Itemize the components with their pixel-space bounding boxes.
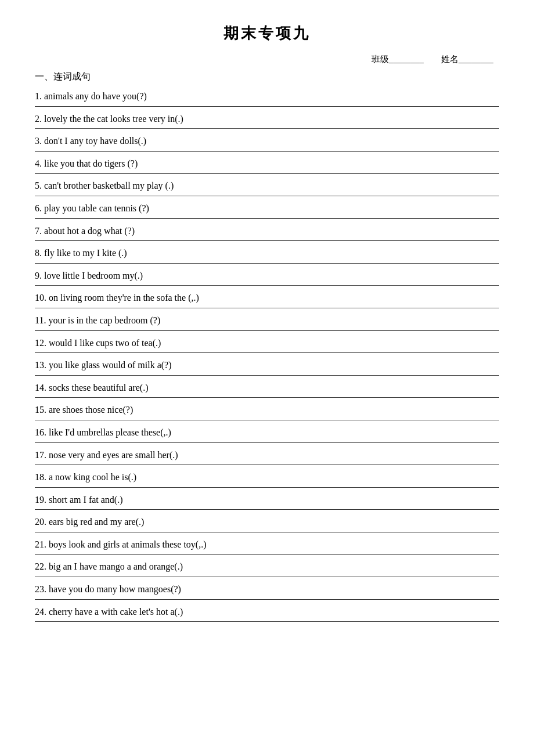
answer-line (35, 240, 499, 241)
list-item: 19. short am I fat and(.) (35, 489, 499, 510)
question-text: 15. are shoes those nice(?) (35, 399, 499, 420)
list-item: 3. don't I any toy have dolls(.) (35, 130, 499, 152)
question-text: 4. like you that do tigers (?) (35, 153, 499, 174)
question-text: 22. big an I have mango a and orange(.) (35, 556, 499, 577)
list-item: 14. socks these beautiful are(.) (35, 377, 499, 398)
list-item: 6. play you table can tennis (?) (35, 197, 499, 219)
list-item: 13. you like glass would of milk a(?) (35, 354, 499, 376)
list-item: 4. like you that do tigers (?) (35, 153, 499, 174)
answer-line (35, 308, 499, 308)
answer-line (35, 420, 499, 420)
answer-line (35, 285, 499, 286)
answer-line (35, 151, 499, 152)
list-item: 7. about hot a dog what (?) (35, 220, 499, 242)
answer-line (35, 330, 499, 331)
list-item: 8. fly like to my I kite (.) (35, 242, 499, 264)
answer-line (35, 106, 499, 107)
list-item: 22. big an I have mango a and orange(.) (35, 556, 499, 577)
question-text: 17. nose very and eyes are small her(.) (35, 444, 499, 465)
list-item: 1. animals any do have you(?) (35, 85, 499, 107)
page-title: 期末专项九 (35, 23, 499, 44)
answer-line (35, 173, 499, 174)
question-text: 18. a now king cool he is(.) (35, 466, 499, 487)
class-label: 班级________ (371, 54, 424, 65)
question-text: 9. love little I bedroom my(.) (35, 265, 499, 286)
question-text: 23. have you do many how mangoes(?) (35, 578, 499, 599)
question-text: 5. can't brother basketball my play (.) (35, 175, 499, 196)
list-item: 18. a now king cool he is(.) (35, 466, 499, 488)
answer-line (35, 554, 499, 555)
question-text: 11. your is in the cap bedroom (?) (35, 309, 499, 330)
question-text: 16. like I'd umbrellas please these(,.) (35, 422, 499, 442)
question-text: 8. fly like to my I kite (.) (35, 242, 499, 263)
answer-line (35, 128, 499, 129)
question-text: 12. would I like cups two of tea(.) (35, 332, 499, 353)
list-item: 20. ears big red and my are(.) (35, 511, 499, 532)
name-label: 姓名________ (441, 54, 493, 65)
answer-line (35, 442, 499, 443)
question-text: 14. socks these beautiful are(.) (35, 377, 499, 398)
question-text: 2. lovely the the cat looks tree very in… (35, 108, 499, 129)
answer-line (35, 599, 499, 600)
questions-list: 1. animals any do have you(?)2. lovely t… (35, 85, 499, 622)
list-item: 9. love little I bedroom my(.) (35, 265, 499, 286)
list-item: 12. would I like cups two of tea(.) (35, 332, 499, 354)
answer-line (35, 487, 499, 488)
list-item: 17. nose very and eyes are small her(.) (35, 444, 499, 466)
answer-line (35, 621, 499, 622)
list-item: 16. like I'd umbrellas please these(,.) (35, 422, 499, 443)
answer-line (35, 352, 499, 353)
list-item: 24. cherry have a with cake let's hot a(… (35, 601, 499, 622)
question-text: 13. you like glass would of milk a(?) (35, 354, 499, 375)
list-item: 15. are shoes those nice(?) (35, 399, 499, 420)
question-text: 19. short am I fat and(.) (35, 489, 499, 510)
answer-line (35, 263, 499, 264)
answer-line (35, 397, 499, 398)
question-text: 1. animals any do have you(?) (35, 85, 499, 106)
list-item: 5. can't brother basketball my play (.) (35, 175, 499, 196)
answer-line (35, 375, 499, 376)
question-text: 20. ears big red and my are(.) (35, 511, 499, 532)
question-text: 21. boys look and girls at animals these… (35, 534, 499, 555)
question-text: 10. on living room they're in the sofa t… (35, 287, 499, 308)
answer-line (35, 509, 499, 510)
question-text: 7. about hot a dog what (?) (35, 220, 499, 241)
answer-line (35, 465, 499, 465)
list-item: 11. your is in the cap bedroom (?) (35, 309, 499, 331)
answer-line (35, 532, 499, 532)
answer-line (35, 218, 499, 219)
section-title: 一、连词成句 (35, 71, 499, 83)
question-text: 6. play you table can tennis (?) (35, 197, 499, 218)
question-text: 3. don't I any toy have dolls(.) (35, 130, 499, 151)
answer-line (35, 196, 499, 196)
list-item: 21. boys look and girls at animals these… (35, 534, 499, 555)
question-text: 24. cherry have a with cake let's hot a(… (35, 601, 499, 622)
list-item: 10. on living room they're in the sofa t… (35, 287, 499, 308)
list-item: 2. lovely the the cat looks tree very in… (35, 108, 499, 129)
list-item: 23. have you do many how mangoes(?) (35, 578, 499, 600)
answer-line (35, 577, 499, 577)
